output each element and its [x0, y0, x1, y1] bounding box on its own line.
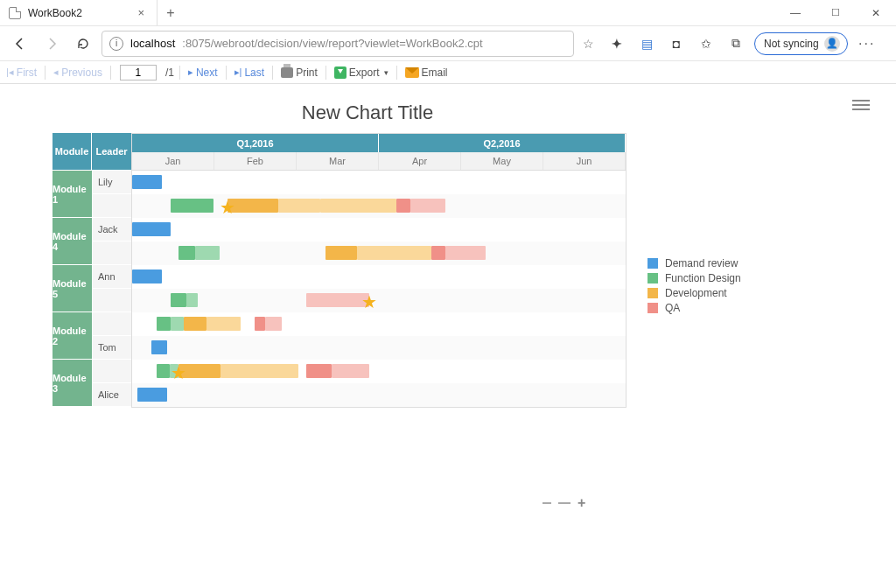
- sync-label: Not syncing: [764, 38, 819, 50]
- legend-item[interactable]: Demand review: [648, 257, 741, 270]
- separator: [179, 66, 180, 80]
- window-minimize-button[interactable]: —: [775, 0, 816, 25]
- chart-title: New Chart Title: [52, 102, 682, 124]
- month-cell: Feb: [214, 152, 297, 170]
- task-bar[interactable]: [320, 199, 396, 213]
- task-bar[interactable]: [184, 317, 206, 331]
- module-cell: Module 1: [52, 170, 92, 217]
- gantt-row: ★: [132, 194, 626, 218]
- url-host: localhost: [130, 37, 175, 50]
- task-bar[interactable]: [157, 364, 170, 378]
- reader-icon[interactable]: ▤: [635, 32, 658, 55]
- next-page-button[interactable]: ▸Next: [186, 66, 220, 79]
- pocket-icon[interactable]: ◘: [665, 32, 688, 55]
- favorite-button[interactable]: ☆: [579, 37, 597, 51]
- refresh-button[interactable]: [70, 31, 96, 57]
- site-info-icon[interactable]: i: [109, 37, 123, 51]
- first-page-button[interactable]: |◂First: [4, 66, 39, 79]
- month-cell: Jan: [132, 152, 214, 170]
- browser-toolbar: i localhost:8075/webroot/decision/view/r…: [0, 26, 896, 61]
- chart-legend: Demand review Function Design Developmen…: [648, 255, 741, 317]
- leader-cell: [92, 241, 131, 264]
- zoom-in-button[interactable]: +: [578, 495, 585, 511]
- month-cell: Apr: [379, 152, 461, 170]
- task-bar[interactable]: [178, 246, 195, 260]
- leader-cell: Ann: [92, 264, 131, 288]
- milestone-icon: ★: [171, 362, 186, 383]
- window-close-button[interactable]: ✕: [856, 0, 896, 25]
- zoom-range-button[interactable]: [558, 502, 570, 504]
- print-button[interactable]: Print: [278, 66, 320, 79]
- legend-item[interactable]: QA: [648, 302, 741, 314]
- leader-cell: [92, 312, 131, 335]
- last-page-button[interactable]: ▸|Last: [232, 66, 268, 79]
- task-bar[interactable]: [445, 246, 486, 260]
- task-bar[interactable]: [255, 317, 265, 331]
- chart-menu-button[interactable]: [852, 100, 870, 110]
- gantt-row: [132, 383, 626, 407]
- export-icon: [334, 66, 346, 79]
- forward-button[interactable]: [38, 31, 65, 57]
- gantt-row: [132, 265, 626, 289]
- window-maximize-button[interactable]: ☐: [816, 0, 856, 25]
- legend-item[interactable]: Development: [648, 287, 741, 299]
- browser-tab[interactable]: WorkBook2 ×: [0, 0, 158, 25]
- chart-canvas: New Chart Title Module Leader Module 1Li…: [0, 84, 896, 408]
- header-leader: Leader: [92, 133, 131, 170]
- task-bar[interactable]: [396, 199, 411, 213]
- separator: [45, 66, 46, 80]
- module-cell: Module 5: [52, 264, 92, 312]
- task-bar[interactable]: [431, 246, 445, 260]
- new-tab-button[interactable]: +: [158, 0, 184, 25]
- task-bar[interactable]: [332, 364, 369, 378]
- zoom-out-button[interactable]: [542, 502, 551, 504]
- task-bar[interactable]: [220, 364, 298, 378]
- task-bar[interactable]: [357, 246, 431, 260]
- window-titlebar: WorkBook2 × + — ☐ ✕: [0, 0, 896, 26]
- task-bar[interactable]: [171, 317, 185, 331]
- leader-cell: [92, 359, 131, 382]
- gantt-body[interactable]: Q1,2016 Q2,2016 Jan Feb Mar Apr May Jun …: [131, 133, 626, 408]
- task-bar[interactable]: [265, 317, 282, 331]
- task-bar[interactable]: [132, 270, 162, 284]
- task-bar[interactable]: [171, 199, 214, 213]
- collections-icon[interactable]: ⧉: [724, 32, 747, 55]
- evernote-icon[interactable]: ✦: [606, 32, 628, 55]
- task-bar[interactable]: [306, 293, 369, 307]
- leader-cell: [92, 288, 131, 312]
- task-bar[interactable]: [132, 175, 162, 189]
- tab-close-button[interactable]: ×: [134, 6, 148, 19]
- task-bar[interactable]: [137, 388, 167, 402]
- task-bar[interactable]: [171, 293, 187, 307]
- page-number-input[interactable]: [120, 65, 157, 80]
- task-bar[interactable]: [157, 317, 171, 331]
- export-button[interactable]: Export▾: [332, 66, 391, 79]
- email-button[interactable]: Email: [402, 66, 451, 79]
- leader-cell: [92, 193, 131, 217]
- address-bar[interactable]: i localhost:8075/webroot/decision/view/r…: [102, 31, 574, 57]
- task-bar[interactable]: [206, 317, 241, 331]
- separator: [272, 66, 273, 80]
- previous-page-button[interactable]: ◂Previous: [51, 66, 105, 79]
- task-bar[interactable]: [306, 364, 332, 378]
- task-bar[interactable]: [151, 340, 168, 354]
- legend-swatch: [648, 288, 658, 298]
- legend-item[interactable]: Function Design: [648, 272, 741, 284]
- back-button[interactable]: [7, 31, 33, 57]
- task-bar[interactable]: [195, 246, 220, 260]
- module-cell: Module 4: [52, 217, 92, 264]
- task-bar[interactable]: [278, 199, 320, 213]
- favorites-star-icon[interactable]: ✩: [695, 32, 718, 55]
- task-bar[interactable]: [186, 293, 197, 307]
- header-module: Module: [52, 133, 92, 170]
- gantt-row: [132, 218, 626, 242]
- sync-button[interactable]: Not syncing 👤: [754, 32, 848, 55]
- gantt-row: [132, 242, 626, 265]
- more-menu-button[interactable]: ···: [855, 36, 879, 52]
- task-bar[interactable]: [326, 246, 357, 260]
- zoom-control: +: [542, 495, 585, 511]
- module-cell: Module 3: [52, 359, 92, 406]
- task-bar[interactable]: [132, 222, 171, 236]
- task-bar[interactable]: [410, 199, 444, 213]
- leader-cell: Jack: [92, 217, 131, 241]
